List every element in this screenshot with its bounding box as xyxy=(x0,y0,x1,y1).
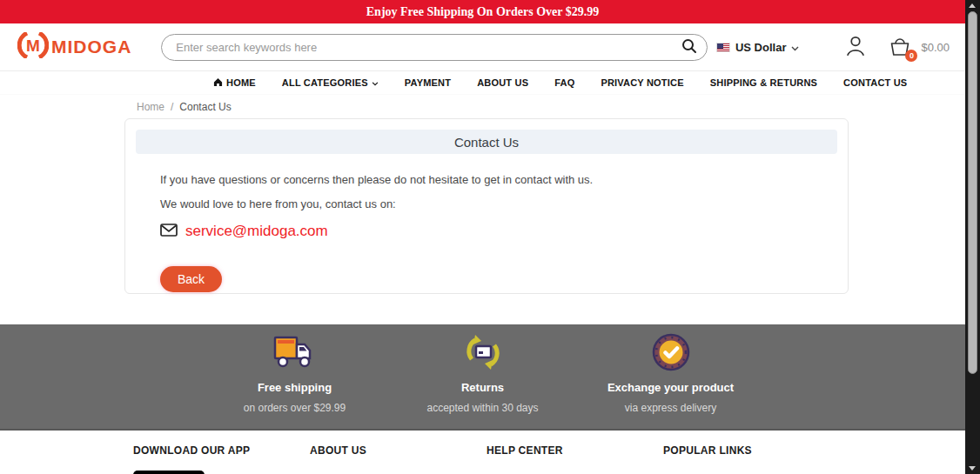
contact-prompt-line: We would love to here from you, contact … xyxy=(160,197,837,210)
envelope-icon xyxy=(160,224,178,240)
logo[interactable]: M MIDOGA xyxy=(17,32,131,62)
promo-banner: Enjoy Free Shipping On Orders Over $29.9… xyxy=(0,0,965,23)
chevron-down-icon xyxy=(372,77,379,88)
app-store-badge[interactable]: DAPATKAN DI xyxy=(133,471,205,474)
feature-subtitle: accepted within 30 days xyxy=(426,402,538,414)
scrollbar-thumb[interactable] xyxy=(968,11,977,374)
nav-item-shipping-returns[interactable]: SHIPPING & RETURNS xyxy=(710,77,817,88)
scrollbar-down-arrow[interactable] xyxy=(969,466,976,471)
contact-card: Contact Us If you have questions or conc… xyxy=(124,118,849,294)
breadcrumb-current: Contact Us xyxy=(179,101,231,113)
footer-heading: POPULAR LINKS xyxy=(663,444,840,457)
exchange-icon xyxy=(651,331,691,373)
nav-item-faq[interactable]: FAQ xyxy=(554,77,574,88)
feature-returns: Returns accepted within 30 days xyxy=(409,331,557,414)
breadcrumb: Home / Contact Us xyxy=(137,101,965,113)
nav-item-home[interactable]: HOME xyxy=(213,77,256,89)
email-row: service@midoga.com xyxy=(160,223,837,240)
chevron-down-icon xyxy=(791,39,799,55)
currency-selector[interactable]: US Dollar xyxy=(716,39,800,55)
footer-heading: DOWNLOAD OUR APP xyxy=(133,444,310,457)
contact-email-link[interactable]: service@midoga.com xyxy=(185,223,328,240)
feature-subtitle: via express delivery xyxy=(625,402,716,414)
nav-list: HOME ALL CATEGORIES PAYMENT ABOUT US FAQ xyxy=(213,77,907,89)
search-bar xyxy=(161,34,708,61)
truck-icon xyxy=(272,331,318,373)
footer-col-about-us: ABOUT US About Us xyxy=(310,444,487,474)
cart-button[interactable]: 0 xyxy=(888,35,912,60)
footer: DOWNLOAD OUR APP DAPATKAN DI ABOUT US Ab… xyxy=(0,431,965,474)
nav-label: PRIVACY NOTICE xyxy=(601,77,683,88)
promo-banner-text: Enjoy Free Shipping On Orders Over $29.9… xyxy=(366,5,599,19)
search-button[interactable] xyxy=(681,38,697,57)
us-flag-icon xyxy=(716,43,730,52)
nav-label: ABOUT US xyxy=(477,77,528,88)
page: Enjoy Free Shipping On Orders Over $29.9… xyxy=(0,0,965,474)
cart-total: $0.00 xyxy=(921,41,950,54)
contact-intro-line: If you have questions or concerns then p… xyxy=(160,173,837,186)
contact-card-header: Contact Us xyxy=(136,130,837,154)
home-icon xyxy=(213,77,223,89)
svg-text:M: M xyxy=(26,37,40,55)
nav-item-contact-us[interactable]: CONTACT US xyxy=(843,77,907,88)
footer-col-help-center: HELP CENTER Payment xyxy=(487,444,663,474)
cart-count-badge: 0 xyxy=(905,50,917,62)
nav-item-about-us[interactable]: ABOUT US xyxy=(477,77,528,88)
feature-exchange: Exchange your product via express delive… xyxy=(597,331,745,414)
feature-free-shipping: Free shipping on orders over $29.99 xyxy=(221,331,369,414)
returns-icon xyxy=(463,331,503,373)
header: M MIDOGA US Dollar xyxy=(0,23,965,70)
search-input[interactable] xyxy=(161,34,708,61)
logo-text: MIDOGA xyxy=(51,37,131,57)
footer-heading: HELP CENTER xyxy=(487,444,663,457)
currency-label: US Dollar xyxy=(735,41,787,54)
nav-label: SHIPPING & RETURNS xyxy=(710,77,817,88)
vertical-scrollbar xyxy=(965,0,980,474)
nav-label: CONTACT US xyxy=(843,77,907,88)
breadcrumb-home-link[interactable]: Home xyxy=(137,101,164,113)
breadcrumb-separator: / xyxy=(171,101,173,113)
logo-mark-icon: M xyxy=(17,32,49,62)
header-right: US Dollar xyxy=(716,35,950,60)
features-strip: Free shipping on orders over $29.99 Retu… xyxy=(0,324,965,431)
footer-col-download-app: DOWNLOAD OUR APP DAPATKAN DI xyxy=(133,444,310,474)
footer-heading: ABOUT US xyxy=(310,444,487,457)
page-title: Contact Us xyxy=(454,135,519,150)
footer-col-popular-links: POPULAR LINKS Toys & Games xyxy=(663,444,840,474)
search-icon xyxy=(681,43,697,57)
feature-subtitle: on orders over $29.99 xyxy=(244,402,346,414)
nav-label: PAYMENT xyxy=(405,77,451,88)
nav-item-all-categories[interactable]: ALL CATEGORIES xyxy=(282,77,379,88)
feature-title: Exchange your product xyxy=(607,381,734,394)
main-nav: HOME ALL CATEGORIES PAYMENT ABOUT US FAQ xyxy=(0,70,965,95)
back-button[interactable]: Back xyxy=(160,266,222,292)
nav-label: ALL CATEGORIES xyxy=(282,77,368,88)
nav-item-privacy-notice[interactable]: PRIVACY NOTICE xyxy=(601,77,683,88)
feature-title: Free shipping xyxy=(258,381,332,394)
scrollbar-up-arrow[interactable] xyxy=(969,3,976,8)
account-button[interactable] xyxy=(844,35,867,60)
user-icon xyxy=(844,47,867,60)
nav-item-payment[interactable]: PAYMENT xyxy=(405,77,451,88)
contact-card-body: If you have questions or concerns then p… xyxy=(136,154,837,292)
nav-label: HOME xyxy=(226,77,256,88)
nav-label: FAQ xyxy=(554,77,574,88)
feature-title: Returns xyxy=(461,381,504,394)
